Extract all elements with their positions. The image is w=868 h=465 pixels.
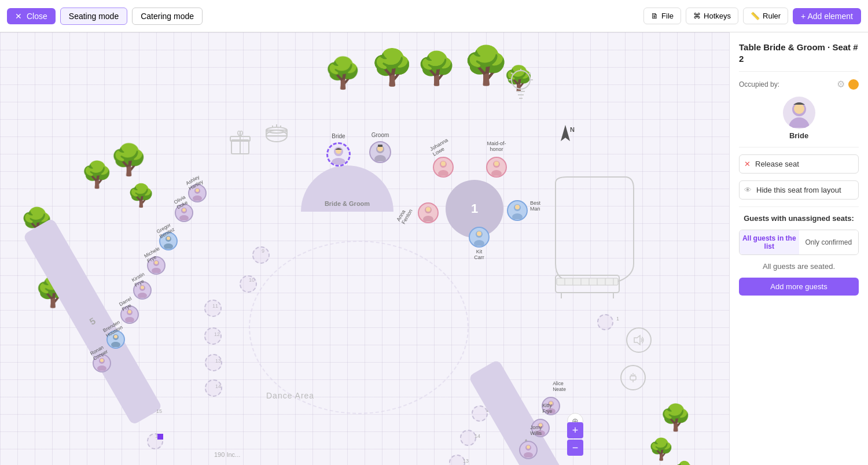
canvas[interactable]: 🌳 🌳 🌳 🌳 🌳 🌳 🌳 🌳 🌳 🌳: [0, 32, 729, 465]
zoom-in-button[interactable]: +: [567, 422, 583, 438]
empty-seat-13[interactable]: [205, 354, 222, 371]
scale-label: 190 Inc...: [214, 451, 240, 458]
ruler-button[interactable]: 📏 Ruler: [743, 8, 788, 24]
gregor-seat[interactable]: GregorBenitez: [159, 232, 178, 250]
ruler-label: Ruler: [763, 12, 781, 20]
svg-rect-25: [378, 145, 382, 147]
empty-seat-11[interactable]: [204, 300, 222, 317]
guests-title: Guests with unassigned seats:: [739, 214, 859, 223]
svg-point-23: [374, 155, 386, 161]
divider-2: [739, 147, 859, 147]
piano: [544, 171, 637, 307]
svg-point-58: [128, 310, 131, 313]
empty-seat-10[interactable]: [240, 275, 257, 293]
svg-rect-87: [630, 376, 636, 380]
bride-avatar-section: Bride: [739, 97, 859, 140]
seat-num-15: 15: [156, 408, 162, 414]
svg-point-95: [794, 104, 804, 114]
kitcarr-seat[interactable]: KitCarr: [469, 227, 490, 248]
hide-seat-label: Hide this seat from layout: [756, 186, 841, 194]
kitty-label: KittyFrye: [542, 403, 552, 414]
sidebar: Table Bride & Groom · Seat # 2 Occupied …: [729, 32, 868, 465]
svg-point-48: [164, 243, 173, 249]
ronan-seat[interactable]: RonanCooper: [93, 354, 111, 372]
johanna-seat[interactable]: JohannaLowe: [433, 157, 454, 178]
svg-point-27: [438, 170, 448, 176]
main-area: 🌳 🌳 🌳 🌳 🌳 🌳 🌳 🌳 🌳 🌳: [0, 32, 868, 465]
maid-seat[interactable]: Maid-of-honor: [486, 157, 507, 178]
seat-15[interactable]: [472, 405, 488, 422]
occupied-right: ⚙: [837, 79, 859, 90]
gear-button[interactable]: ⚙: [837, 79, 845, 90]
release-seat-button[interactable]: ✕ Release seat: [739, 154, 859, 174]
zoom-out-button[interactable]: −: [567, 440, 583, 456]
tab-all-label: All guests in the list: [742, 234, 796, 250]
tree-icon-7: 🌳: [110, 142, 148, 178]
add-more-guests-button[interactable]: Add more guests: [739, 278, 859, 296]
svg-point-63: [97, 366, 106, 371]
hide-seat-button[interactable]: 👁 Hide this seat from layout: [739, 180, 859, 200]
num-14-r: 14: [475, 433, 480, 439]
table5: 5: [23, 217, 163, 425]
svg-point-30: [491, 170, 502, 176]
close-button[interactable]: ✕ Close: [7, 8, 56, 24]
cake-icon: [263, 115, 290, 146]
tab-confirmed-label: Only confirmed: [805, 238, 852, 246]
svg-text:N: N: [570, 126, 575, 133]
file-icon: 🗎: [651, 12, 659, 20]
file-label: File: [661, 12, 674, 20]
add-element-label: + Add element: [801, 12, 853, 21]
bestman-seat[interactable]: BestMan: [507, 200, 528, 221]
kirstin-seat[interactable]: KirstinFrye: [133, 281, 152, 300]
michele-seat[interactable]: MicheleFrye: [147, 256, 165, 275]
empty-seat-9[interactable]: [252, 246, 270, 264]
svg-point-34: [426, 207, 431, 212]
tree-icon-6: 🌳: [81, 160, 113, 190]
plug-icon-container: [620, 365, 646, 390]
ruler-icon: 📏: [751, 12, 760, 20]
hotkeys-label: Hotkeys: [704, 12, 731, 20]
tab-confirmed[interactable]: Only confirmed: [799, 230, 859, 254]
gift-icon: [229, 130, 252, 158]
empty-seat-12[interactable]: [204, 327, 222, 345]
hotkeys-button[interactable]: ⌘ Hotkeys: [686, 8, 738, 24]
svg-marker-85: [634, 335, 640, 345]
table5-wrap: 5: [23, 217, 163, 425]
svg-rect-77: [557, 278, 618, 285]
brenden-seat[interactable]: BrendenHouston: [106, 330, 125, 349]
svg-point-93: [789, 117, 810, 128]
guest-tabs: All guests in the list Only confirmed: [739, 230, 859, 255]
catering-mode-button[interactable]: Catering mode: [132, 8, 203, 25]
svg-point-45: [179, 215, 189, 220]
bride-avatar: [783, 97, 815, 129]
ashley-seat[interactable]: AshleyHartley: [188, 184, 207, 202]
tree-icon-3: 🌳: [417, 50, 457, 87]
seating-mode-button[interactable]: Seating mode: [60, 8, 127, 25]
file-button[interactable]: 🗎 File: [643, 8, 681, 24]
bestman-label: BestMan: [530, 200, 540, 212]
tab-all-guests[interactable]: All guests in the list: [740, 230, 799, 254]
anna-seat[interactable]: AnnaFenton: [418, 202, 439, 223]
num-13-r: 13: [463, 458, 469, 464]
empty-seat-14[interactable]: [205, 379, 222, 397]
tree-icon-br3: 🌳: [674, 460, 694, 465]
head-table-label: Bride & Groom: [325, 200, 370, 207]
svg-point-57: [125, 317, 134, 322]
seat-14b[interactable]: [460, 430, 476, 446]
svg-point-31: [494, 161, 499, 166]
tree-icon-br2: 🌳: [648, 437, 674, 462]
olivia-seat[interactable]: OliviaDuke: [175, 204, 193, 222]
groom-seat[interactable]: Groom: [369, 141, 391, 163]
add-element-button[interactable]: + Add element: [793, 8, 861, 24]
compass: N: [555, 124, 576, 149]
seat-piano-1[interactable]: [597, 314, 613, 330]
release-x-icon: ✕: [744, 160, 751, 168]
svg-point-42: [193, 195, 202, 201]
maid-label: Maid-of-honor: [487, 141, 506, 152]
color-dot-button[interactable]: [848, 79, 859, 90]
kitcarr-label: KitCarr: [474, 249, 484, 260]
darrel-seat[interactable]: DarrelFrye: [120, 305, 139, 324]
jomy-seat[interactable]: JomyWillis: [519, 441, 538, 459]
close-x-icon: ✕: [15, 12, 22, 21]
bride-seat[interactable]: Bride: [326, 142, 351, 167]
